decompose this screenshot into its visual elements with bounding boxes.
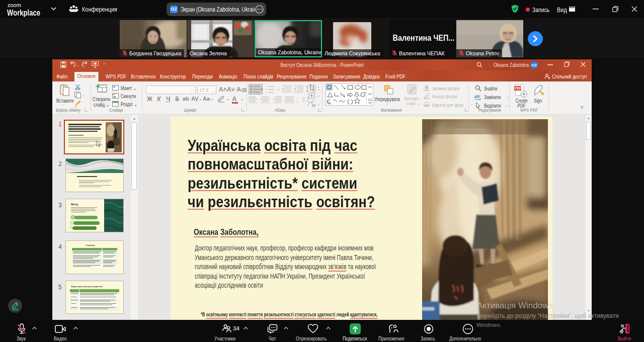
- svg-text:Ключове: Ключове: [86, 244, 95, 246]
- svg-text:c: c: [478, 94, 480, 98]
- svg-text:Метод: Метод: [71, 203, 78, 206]
- svg-text:Характеристика респондентів: Характеристика респондентів: [71, 285, 103, 288]
- svg-text:PDF: PDF: [515, 87, 521, 90]
